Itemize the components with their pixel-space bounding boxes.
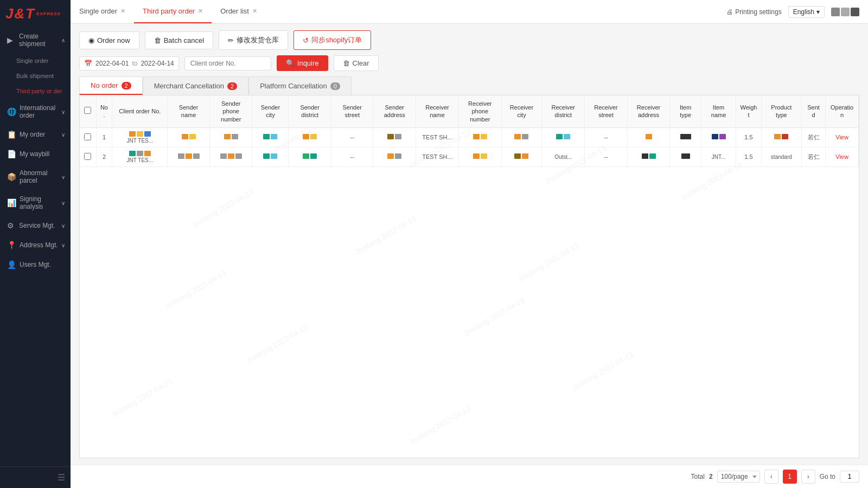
create-shipment-icon: ▶: [7, 36, 16, 44]
cell-no: 2: [96, 147, 112, 166]
logo: J & T EXPRESS: [0, 0, 71, 25]
data-table: No. Client order No. Sender name Sender …: [80, 95, 859, 167]
col-receiver-phone: Receiver phone number: [459, 95, 502, 127]
cell-weight: 1.5: [736, 127, 762, 147]
sidebar-item-create-shipment[interactable]: ▶ Create shipment ∧: [0, 27, 71, 53]
analysis-icon: 📊: [7, 198, 16, 207]
sync-shopify-button[interactable]: ↺ 同步shopify订单: [293, 30, 371, 50]
col-sender-phone: Sender phone number: [209, 95, 252, 127]
col-sender-address: Sender address: [373, 95, 416, 127]
clear-button[interactable]: 🗑 Clear: [334, 55, 379, 71]
cell-sender-district: [289, 147, 331, 166]
tab-badge: 0: [330, 82, 340, 90]
sidebar-item-users-mgt[interactable]: 👤 Users Mgt.: [0, 255, 71, 274]
btn-label: Batch cancel: [164, 36, 204, 44]
select-all-checkbox[interactable]: [84, 107, 91, 114]
date-separator: to: [132, 60, 137, 67]
cell-sender-phone: [209, 147, 252, 166]
section-tabs: No order 2 Merchant Cancellation 2 Platf…: [79, 76, 859, 95]
tab-third-party-order[interactable]: Third party order ✕: [134, 0, 212, 23]
chevron-icon: ∧: [61, 37, 65, 43]
sidebar-item-bulk-shipment[interactable]: Bulk shipment: [0, 68, 71, 84]
col-sender-city: Sender city: [252, 95, 289, 127]
tab-order-list[interactable]: Order list ✕: [212, 0, 266, 23]
print-icon: 🖨: [726, 8, 733, 16]
date-range-picker[interactable]: 📅 2022-04-01 to 2022-04-14: [79, 56, 179, 70]
cell-receiver-district: [542, 127, 585, 147]
language-selector[interactable]: English ▾: [788, 6, 825, 18]
tab-single-order[interactable]: Single order ✕: [71, 0, 134, 23]
sidebar-item-label: Address Mgt.: [20, 241, 58, 249]
modify-warehouse-button[interactable]: ✏ 修改发货仓库: [219, 30, 288, 50]
sidebar-item-address-mgt[interactable]: 📍 Address Mgt. ∨: [0, 235, 71, 255]
close-icon[interactable]: ✕: [252, 8, 257, 15]
view-link[interactable]: View: [835, 134, 848, 140]
sidebar-item-third-party[interactable]: Third party or der: [0, 84, 71, 99]
row-checkbox: [80, 127, 96, 147]
inquire-button[interactable]: 🔍 Inquire: [277, 55, 328, 71]
col-item-type: Item type: [670, 95, 701, 127]
col-product-type: Product type: [761, 95, 801, 127]
action-bar: ◉ Order now 🗑 Batch cancel ✏ 修改发货仓库 ↺ 同步…: [79, 30, 859, 50]
tab-merchant-cancellation[interactable]: Merchant Cancellation 2: [143, 76, 248, 95]
sidebar-item-my-order[interactable]: 📋 My order ∨: [0, 125, 71, 144]
cell-sender-address: [373, 147, 416, 166]
users-icon: 👤: [7, 260, 16, 269]
total-label: Total: [691, 473, 705, 480]
row-checkbox: [80, 147, 96, 166]
sidebar-item-signing-analysis[interactable]: 📊 Signing analysis ∨: [0, 190, 71, 216]
goto-page-input[interactable]: [840, 471, 859, 483]
sub-item-label: Single order: [16, 57, 48, 64]
tab-platform-cancellation[interactable]: Platform Cancellation 0: [248, 76, 352, 95]
col-receiver-name: Receiver name: [416, 95, 459, 127]
sidebar-item-abnormal-parcel[interactable]: 📦 Abnormal parcel ∨: [0, 164, 71, 190]
close-icon[interactable]: ✕: [120, 8, 125, 15]
parcel-icon: 📦: [7, 172, 16, 181]
cell-product-type: [761, 127, 801, 147]
sub-item-label: Third party or der: [16, 88, 62, 94]
sync-icon: ↺: [303, 36, 309, 44]
cell-item-name: JNT...: [701, 147, 736, 166]
sidebar-item-single-order[interactable]: Single order: [0, 53, 71, 68]
cell-sender-city: [252, 147, 289, 166]
sidebar-item-label: Service Mgt.: [19, 222, 58, 229]
main-content: Single order ✕ Third party order ✕ Order…: [71, 0, 868, 488]
sidebar-item-label: Abnormal parcel: [20, 169, 58, 184]
sidebar-item-service-mgt[interactable]: ⚙ Service Mgt. ∨: [0, 216, 71, 235]
page-1-button[interactable]: 1: [783, 470, 797, 484]
sidebar-item-international-order[interactable]: 🌐 International order ∨: [0, 99, 71, 125]
close-icon[interactable]: ✕: [198, 8, 203, 15]
prev-page-button[interactable]: ‹: [764, 470, 778, 484]
color-bar-3: [851, 8, 859, 16]
cell-receiver-phone: [459, 127, 502, 147]
cell-receiver-city: [501, 147, 542, 166]
view-link[interactable]: View: [835, 153, 848, 160]
sidebar-item-my-waybill[interactable]: 📄 My waybill: [0, 144, 71, 164]
col-receiver-district: Receiver district: [542, 95, 585, 127]
language-label: English: [793, 8, 814, 16]
tab-no-order[interactable]: No order 2: [79, 76, 143, 95]
batch-cancel-button[interactable]: 🗑 Batch cancel: [145, 31, 213, 49]
select-all-header: [80, 95, 96, 127]
cell-sender-phone: [209, 127, 252, 147]
chevron-icon: ∨: [61, 223, 65, 229]
col-item-name: Item name: [701, 95, 736, 127]
chevron-icon: ∨: [61, 242, 65, 248]
cell-operation: View: [826, 147, 859, 166]
per-page-select[interactable]: 100/page 50/page 20/page: [717, 471, 760, 483]
row-select-checkbox[interactable]: [84, 133, 91, 140]
client-order-input[interactable]: [184, 56, 271, 70]
cell-sender-address: [373, 127, 416, 147]
cell-receiver-street: --: [585, 147, 627, 166]
logo-express: EXPRESS: [36, 11, 61, 16]
print-settings-button[interactable]: 🖨 Printing settings: [726, 8, 781, 16]
btn-label: Inquire: [297, 59, 319, 67]
row-select-checkbox[interactable]: [84, 153, 91, 160]
cell-sender-street: --: [331, 147, 373, 166]
cancel-icon: 🗑: [154, 36, 161, 44]
order-now-button[interactable]: ◉ Order now: [79, 31, 139, 49]
tab-label: Third party order: [143, 7, 195, 15]
cell-receiver-name: TEST SH...: [416, 127, 459, 147]
menu-toggle-icon[interactable]: ☰: [58, 472, 65, 483]
next-page-button[interactable]: ›: [801, 470, 815, 484]
